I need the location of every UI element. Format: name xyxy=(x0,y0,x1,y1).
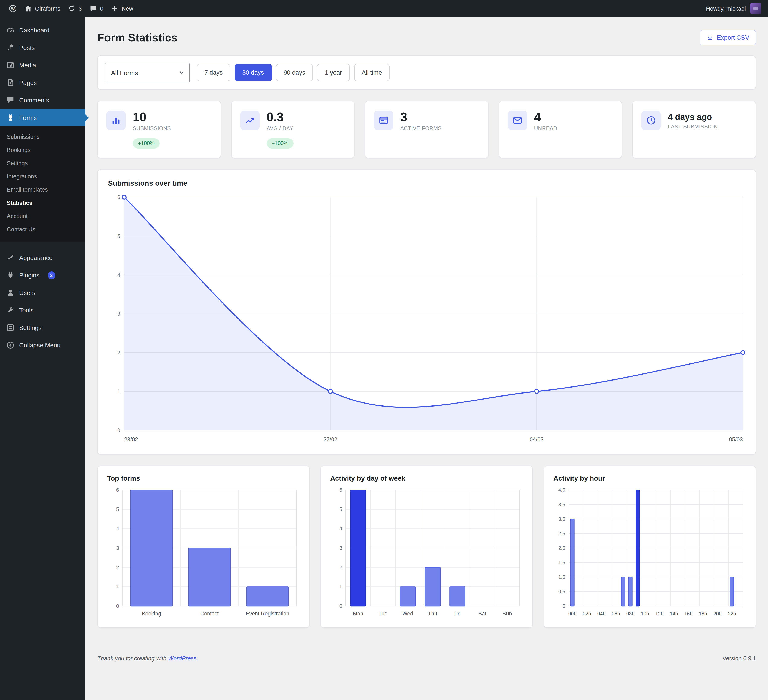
bar-chart-icon xyxy=(106,111,126,130)
page-title: Form Statistics xyxy=(97,31,178,44)
form-icon xyxy=(374,111,394,130)
new-label: New xyxy=(122,5,133,12)
sidebar-item-label: Comments xyxy=(19,97,49,104)
forms-icon xyxy=(6,114,14,122)
submenu-item-submissions[interactable]: Submissions xyxy=(0,130,85,143)
svg-text:27/02: 27/02 xyxy=(323,436,337,443)
svg-text:Mon: Mon xyxy=(353,611,363,617)
svg-text:Sun: Sun xyxy=(502,611,512,617)
svg-text:Tue: Tue xyxy=(378,611,387,617)
svg-text:0: 0 xyxy=(116,603,119,609)
svg-text:05/03: 05/03 xyxy=(729,436,743,443)
svg-text:1: 1 xyxy=(116,584,119,589)
svg-text:1,5: 1,5 xyxy=(558,560,565,565)
submenu-item-contact-us[interactable]: Contact Us xyxy=(0,223,85,236)
svg-text:10h: 10h xyxy=(641,611,649,617)
chevron-down-icon xyxy=(178,69,185,76)
svg-text:6: 6 xyxy=(116,487,119,493)
collapse-icon xyxy=(6,341,14,349)
date-range-group: 7 days 30 days 90 days 1 year All time xyxy=(197,64,390,81)
wordpress-link[interactable]: WordPress xyxy=(168,655,197,662)
sidebar-item-label: Pages xyxy=(19,79,37,86)
svg-text:3,5: 3,5 xyxy=(558,502,565,508)
stat-label: SUBMISSIONS xyxy=(133,126,212,132)
svg-text:06h: 06h xyxy=(612,611,620,617)
submenu-item-email-templates[interactable]: Email templates xyxy=(0,183,85,196)
site-name: Giraforms xyxy=(35,5,60,12)
footer-thanks: Thank you for creating with WordPress. xyxy=(97,655,198,662)
bottom-charts-row: Top forms 0123456BookingContactEvent Reg… xyxy=(97,466,756,628)
range-button-1-year[interactable]: 1 year xyxy=(317,64,350,81)
sidebar-item-label: Dashboard xyxy=(19,27,50,34)
stat-value: 4 xyxy=(534,111,613,123)
form-filter-select[interactable]: All Forms xyxy=(104,63,190,82)
svg-text:0: 0 xyxy=(563,603,565,609)
stat-card-active-forms: 3 ACTIVE FORMS xyxy=(365,101,488,159)
stat-label: AVG / DAY xyxy=(266,126,346,132)
update-icon xyxy=(68,5,76,12)
activity-by-hour-chart: 00,51,01,52,02,53,03,54,000h02h04h06h08h… xyxy=(554,486,746,619)
range-button-all-time[interactable]: All time xyxy=(354,64,390,81)
howdy-text[interactable]: Howdy, mickael xyxy=(706,5,746,12)
sidebar-item-pages[interactable]: Pages xyxy=(0,74,85,91)
stat-value: 10 xyxy=(133,111,212,123)
stat-value: 0.3 xyxy=(266,111,346,123)
sidebar-item-label: Users xyxy=(19,289,35,296)
sidebar-item-users[interactable]: Users xyxy=(0,284,85,301)
submenu-item-bookings[interactable]: Bookings xyxy=(0,143,85,157)
svg-text:Wed: Wed xyxy=(402,611,413,617)
sidebar-item-label: Appearance xyxy=(19,254,53,261)
comments-indicator[interactable]: 0 xyxy=(86,0,107,17)
svg-text:4: 4 xyxy=(117,272,120,278)
sidebar-item-collapse-menu[interactable]: Collapse Menu xyxy=(0,336,85,354)
stat-label: ACTIVE FORMS xyxy=(400,126,479,132)
range-button-30-days[interactable]: 30 days xyxy=(234,64,272,81)
range-button-90-days[interactable]: 90 days xyxy=(276,64,313,81)
site-menu[interactable]: Giraforms xyxy=(21,0,64,17)
stat-card-avg-per-day: 0.3 AVG / DAY +100% xyxy=(231,101,355,159)
download-arrow-icon xyxy=(707,34,714,41)
sidebar-item-forms[interactable]: Forms xyxy=(0,109,85,127)
svg-text:2: 2 xyxy=(117,350,120,356)
stats-row: 10 SUBMISSIONS +100% 0.3 AVG / DAY +100% xyxy=(97,101,756,159)
plus-icon xyxy=(111,5,119,12)
updates-count: 3 xyxy=(79,5,82,12)
wordpress-menu[interactable]: W xyxy=(5,0,21,17)
svg-text:5: 5 xyxy=(117,233,120,239)
svg-text:08h: 08h xyxy=(626,611,634,617)
updates-indicator[interactable]: 3 xyxy=(64,0,86,17)
sidebar-item-comments[interactable]: Comments xyxy=(0,91,85,109)
svg-text:Event Registration: Event Registration xyxy=(246,611,289,617)
admin-bar: W Giraforms 3 0 New Howdy, mickael xyxy=(0,0,768,17)
export-csv-button[interactable]: Export CSV xyxy=(700,30,756,45)
clock-icon xyxy=(642,111,661,130)
stat-card-unread: 4 UNREAD xyxy=(499,101,622,159)
sidebar-item-settings[interactable]: Settings xyxy=(0,319,85,336)
settings-icon xyxy=(6,324,14,332)
sidebar-item-dashboard[interactable]: Dashboard xyxy=(0,21,85,39)
sidebar-item-posts[interactable]: Posts xyxy=(0,39,85,56)
svg-text:3,0: 3,0 xyxy=(558,516,565,522)
sidebar-item-label: Collapse Menu xyxy=(19,342,60,349)
svg-text:Sat: Sat xyxy=(478,611,486,617)
submenu-item-statistics[interactable]: Statistics xyxy=(0,196,85,210)
sidebar-item-appearance[interactable]: Appearance xyxy=(0,249,85,266)
submenu-item-integrations[interactable]: Integrations xyxy=(0,170,85,183)
sidebar-item-tools[interactable]: Tools xyxy=(0,301,85,319)
submenu-item-account[interactable]: Account xyxy=(0,210,85,223)
svg-text:Fri: Fri xyxy=(454,611,461,617)
svg-text:0: 0 xyxy=(339,603,342,609)
submenu-item-settings[interactable]: Settings xyxy=(0,157,85,170)
svg-text:3: 3 xyxy=(339,545,342,551)
sidebar-item-plugins[interactable]: Plugins 3 xyxy=(0,266,85,284)
wordpress-icon: W xyxy=(9,5,17,12)
stat-delta-badge: +100% xyxy=(266,138,294,149)
sidebar-item-media[interactable]: Media xyxy=(0,56,85,74)
range-button-7-days[interactable]: 7 days xyxy=(197,64,230,81)
svg-text:5: 5 xyxy=(116,507,119,513)
submissions-over-time-chart: 012345623/0227/0204/0305/03 xyxy=(108,192,746,445)
comments-count: 0 xyxy=(100,5,104,12)
user-avatar[interactable] xyxy=(750,3,761,14)
svg-text:1: 1 xyxy=(117,389,120,395)
new-content-menu[interactable]: New xyxy=(107,0,137,17)
